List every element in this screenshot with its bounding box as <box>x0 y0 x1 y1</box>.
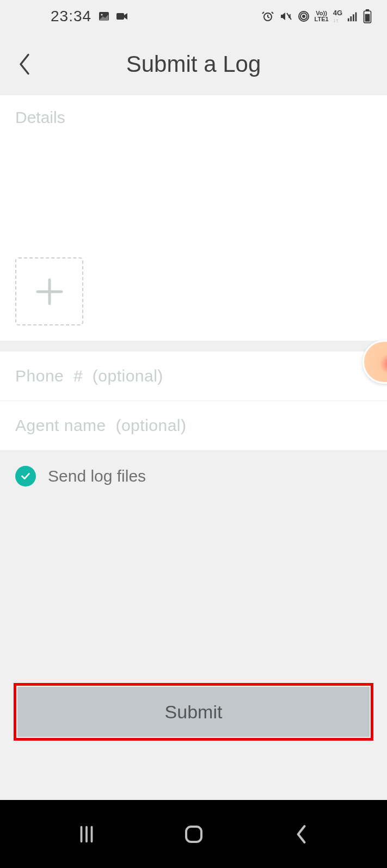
add-attachment-button[interactable] <box>15 257 83 325</box>
status-time: 23:34 <box>15 8 91 25</box>
svg-point-4 <box>302 15 305 18</box>
status-notification-icons <box>97 10 130 23</box>
svg-rect-14 <box>186 827 201 842</box>
video-icon <box>114 10 130 23</box>
back-nav-button[interactable] <box>285 818 317 851</box>
system-nav-bar <box>0 800 387 868</box>
details-input[interactable] <box>15 108 372 250</box>
svg-rect-9 <box>353 14 354 21</box>
agent-name-row <box>0 401 387 451</box>
svg-rect-7 <box>348 19 349 21</box>
recents-icon <box>76 824 97 845</box>
phone-row <box>0 352 387 401</box>
send-logs-row: Send log files <box>0 451 387 502</box>
send-logs-label: Send log files <box>48 467 146 485</box>
back-button[interactable] <box>14 53 35 75</box>
alarm-icon <box>261 10 274 23</box>
status-left: 23:34 <box>15 8 130 25</box>
svg-rect-8 <box>350 16 352 21</box>
app-header: Submit a Log <box>0 33 387 95</box>
svg-rect-2 <box>116 13 124 20</box>
chevron-left-icon <box>17 53 32 76</box>
submit-button[interactable]: Submit <box>17 687 370 737</box>
home-icon <box>183 823 205 845</box>
home-button[interactable] <box>177 818 210 851</box>
status-right-icons: Vo))LTE1 4G↓↑ <box>261 9 372 23</box>
image-icon <box>97 10 111 23</box>
section-divider <box>0 341 387 352</box>
mute-vibrate-icon <box>279 10 293 23</box>
submit-highlight-box: Submit <box>14 683 373 741</box>
battery-icon <box>363 9 372 23</box>
svg-rect-10 <box>355 13 357 21</box>
page-title: Submit a Log <box>0 51 387 77</box>
agent-name-input[interactable] <box>15 416 372 435</box>
hotspot-icon <box>297 10 310 23</box>
network-4g-icon: 4G↓↑ <box>333 9 342 23</box>
send-logs-checkbox[interactable] <box>15 466 36 487</box>
signal-icon <box>347 10 359 22</box>
plus-icon <box>33 275 66 308</box>
phone-input[interactable] <box>15 367 372 385</box>
submit-container: Submit <box>14 683 373 741</box>
volte-icon: Vo))LTE1 <box>315 10 329 22</box>
svg-rect-13 <box>365 14 370 22</box>
svg-point-1 <box>101 14 103 16</box>
back-nav-icon <box>293 824 309 845</box>
check-icon <box>20 470 32 482</box>
status-bar: 23:34 Vo))LTE1 4G↓↑ <box>0 0 387 33</box>
details-section <box>0 95 387 341</box>
recents-button[interactable] <box>70 818 103 851</box>
